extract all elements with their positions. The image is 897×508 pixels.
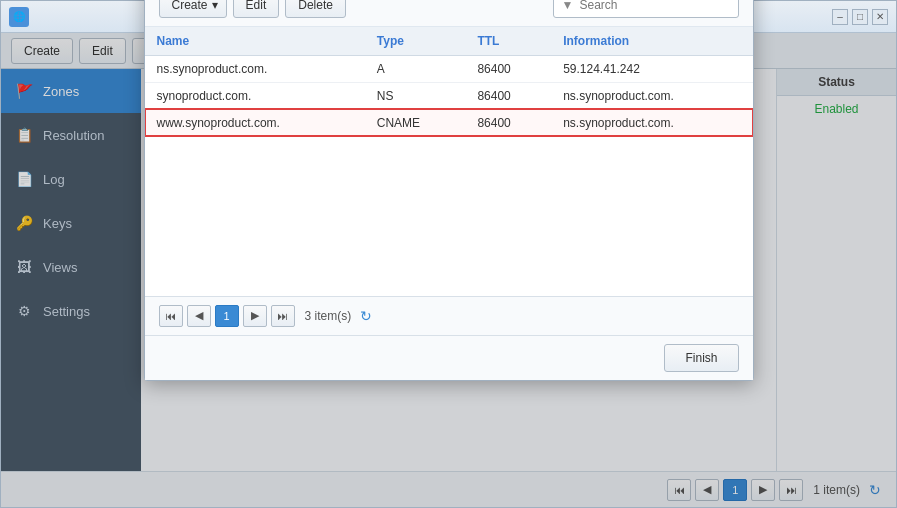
modal-toolbar: Create ▾ Edit Delete ▼ xyxy=(145,0,753,27)
modal-finish-area: Finish xyxy=(145,335,753,380)
col-info: Information xyxy=(551,27,752,56)
modal-footer: ⏮ ◀ 1 ▶ ⏭ 3 item(s) ↻ xyxy=(145,296,753,335)
modal-page-count: 3 item(s) xyxy=(305,309,352,323)
modal-next-btn[interactable]: ▶ xyxy=(243,305,267,327)
search-icon: ▼ xyxy=(562,0,574,12)
app-icon: 🌐 xyxy=(9,7,29,27)
modal-last-btn[interactable]: ⏭ xyxy=(271,305,295,327)
finish-button[interactable]: Finish xyxy=(664,344,738,372)
resource-record-table: Name Type TTL Information ns.synoproduct… xyxy=(145,27,753,137)
minimize-button[interactable]: – xyxy=(832,9,848,25)
modal-page-btn[interactable]: 1 xyxy=(215,305,239,327)
table-header-row: Name Type TTL Information xyxy=(145,27,753,56)
create-label: Create xyxy=(172,0,208,12)
col-ttl: TTL xyxy=(465,27,551,56)
col-name: Name xyxy=(145,27,365,56)
col-type: Type xyxy=(365,27,466,56)
cell-name-1: synoproduct.com. xyxy=(145,82,365,109)
modal-first-btn[interactable]: ⏮ xyxy=(159,305,183,327)
cell-info-2: ns.synoproduct.com. xyxy=(551,109,752,136)
edit-resource-record-dialog: Edit Resource Record Create ▾ Edit Delet… xyxy=(144,0,754,381)
table-body: ns.synoproduct.com.A8640059.124.41.242sy… xyxy=(145,55,753,136)
cell-type-1: NS xyxy=(365,82,466,109)
cell-ttl-0: 86400 xyxy=(465,55,551,82)
window-controls: – □ ✕ xyxy=(832,9,888,25)
modal-edit-button[interactable]: Edit xyxy=(233,0,280,18)
cell-name-0: ns.synoproduct.com. xyxy=(145,55,365,82)
cell-ttl-2: 86400 xyxy=(465,109,551,136)
create-btn-wrap: Create ▾ xyxy=(159,0,227,18)
table-row[interactable]: ns.synoproduct.com.A8640059.124.41.242 xyxy=(145,55,753,82)
cell-info-0: 59.124.41.242 xyxy=(551,55,752,82)
search-input[interactable] xyxy=(580,0,730,12)
table-row[interactable]: www.synoproduct.com.CNAME86400ns.synopro… xyxy=(145,109,753,136)
close-button[interactable]: ✕ xyxy=(872,9,888,25)
main-window: 🌐 DNS Server – □ ✕ Create Edit Export zo… xyxy=(0,0,897,508)
cell-ttl-1: 86400 xyxy=(465,82,551,109)
cell-info-1: ns.synoproduct.com. xyxy=(551,82,752,109)
search-box: ▼ xyxy=(553,0,739,18)
cell-type-2: CNAME xyxy=(365,109,466,136)
modal-create-button[interactable]: Create ▾ xyxy=(159,0,227,18)
restore-button[interactable]: □ xyxy=(852,9,868,25)
modal-delete-button[interactable]: Delete xyxy=(285,0,346,18)
modal-pagination: ⏮ ◀ 1 ▶ ⏭ 3 item(s) ↻ xyxy=(159,305,378,327)
cell-name-2: www.synoproduct.com. xyxy=(145,109,365,136)
table-row[interactable]: synoproduct.com.NS86400ns.synoproduct.co… xyxy=(145,82,753,109)
cell-type-0: A xyxy=(365,55,466,82)
modal-table-wrap: Name Type TTL Information ns.synoproduct… xyxy=(145,27,753,296)
modal-refresh-icon[interactable]: ↻ xyxy=(355,305,377,327)
dropdown-arrow-icon: ▾ xyxy=(212,0,218,12)
modal-prev-btn[interactable]: ◀ xyxy=(187,305,211,327)
